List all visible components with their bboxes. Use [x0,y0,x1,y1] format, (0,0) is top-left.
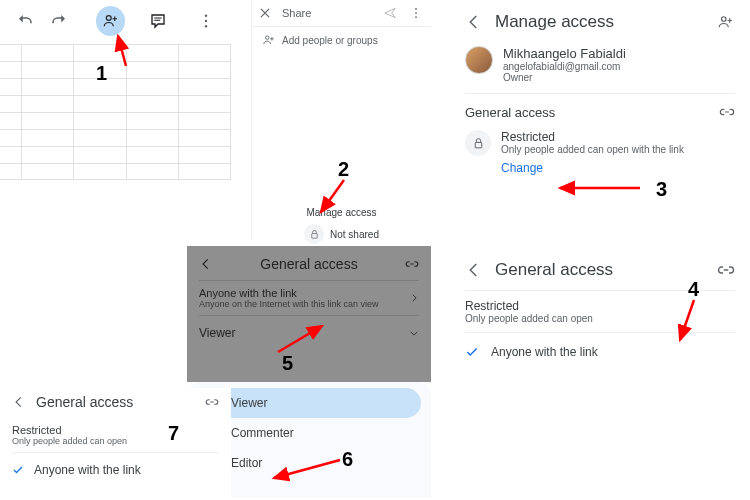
check-icon [465,345,479,359]
back-icon[interactable] [465,261,483,279]
svg-point-4 [415,8,417,10]
dimmed-background: General access Anyone with the link Anyo… [187,246,431,382]
status-line[interactable]: Not shared [252,224,431,244]
svg-point-7 [266,36,270,40]
owner-role: Owner [503,72,626,83]
link-icon[interactable] [205,395,219,409]
close-icon[interactable] [258,6,274,20]
toolbar [0,0,231,38]
share-button[interactable] [96,6,126,36]
manage-access-status: Manage access Not shared [252,207,431,244]
anyone-title: Anyone with the link [199,287,409,299]
share-title: Share [282,7,373,19]
more-button[interactable] [191,6,221,36]
anyone-link-row[interactable]: Anyone with the link Anyone on the Inter… [199,280,419,315]
anyone-link-label: Anyone with the link [491,345,598,359]
redo-button[interactable] [44,6,74,36]
role-label: Editor [231,456,262,470]
status-text: Not shared [330,229,379,240]
lock-icon [304,224,324,244]
general-access-picker-right: General access Restricted Only people ad… [451,250,749,450]
add-people-row[interactable]: Add people or groups [252,27,431,53]
manage-access-heading: Manage access [495,12,705,32]
restricted-row: Restricted Only people added can open wi… [465,126,735,175]
general-access-heading: General access [223,256,395,272]
manage-access-title: Manage access [252,207,431,218]
owner-row: Mikhaangelo Fabialdi angelofabialdi@gmai… [465,42,735,93]
send-icon[interactable] [381,6,399,20]
owner-email: angelofabialdi@gmail.com [503,61,626,72]
svg-point-0 [106,16,111,21]
anyone-link-option[interactable]: Anyone with the link [12,452,219,487]
restricted-subtitle: Only people added can open [12,436,219,446]
restricted-option[interactable]: Restricted Only people added can open [465,290,735,332]
anyone-sub: Anyone on the Internet with this link ca… [199,299,409,309]
svg-rect-8 [311,233,317,238]
link-icon[interactable] [717,261,735,279]
svg-rect-10 [475,142,482,147]
check-icon [12,464,24,476]
link-icon[interactable] [405,257,419,271]
person-add-icon [262,33,276,47]
restricted-title: Restricted [465,299,735,313]
avatar [465,46,493,74]
chevron-right-icon [409,293,419,303]
change-link[interactable]: Change [501,161,684,175]
restricted-title: Restricted [12,424,219,436]
back-icon[interactable] [12,395,26,409]
anyone-link-option[interactable]: Anyone with the link [465,332,735,371]
svg-point-1 [205,15,207,17]
svg-point-3 [205,25,207,27]
general-access-heading: General access [495,260,705,280]
spreadsheet-grid[interactable] [0,44,231,180]
chevron-down-icon [409,328,419,338]
restricted-title: Restricted [501,130,684,144]
general-access-heading: General access [36,394,195,410]
anyone-link-label: Anyone with the link [34,463,141,477]
back-icon[interactable] [465,13,483,31]
owner-name: Mikhaangelo Fabialdi [503,46,626,61]
restricted-subtitle: Only people added can open [465,313,735,324]
svg-point-6 [415,16,417,18]
role-label: Commenter [231,426,294,440]
general-access-section: General access [465,105,719,120]
sheets-toolbar-panel [0,0,231,180]
share-header: Share [252,0,431,27]
add-people-placeholder: Add people or groups [282,35,378,46]
comment-button[interactable] [143,6,173,36]
role-label: Viewer [231,396,267,410]
lock-icon [465,130,491,156]
restricted-subtitle: Only people added can open with the link [501,144,684,155]
person-add-icon[interactable] [717,13,735,31]
share-panel: Share Add people or groups Manage access… [251,0,431,240]
more-icon[interactable] [407,6,425,20]
manage-access-panel: Manage access Mikhaangelo Fabialdi angel… [451,0,749,250]
back-icon[interactable] [199,257,213,271]
general-access-picker-left: General access Restricted Only people ad… [0,388,231,500]
restricted-option[interactable]: Restricted Only people added can open [12,418,219,452]
role-value: Viewer [199,326,409,340]
svg-point-2 [205,20,207,22]
link-icon[interactable] [719,104,735,120]
undo-button[interactable] [10,6,40,36]
svg-point-9 [722,17,727,22]
role-row[interactable]: Viewer [199,315,419,350]
svg-point-5 [415,12,417,14]
